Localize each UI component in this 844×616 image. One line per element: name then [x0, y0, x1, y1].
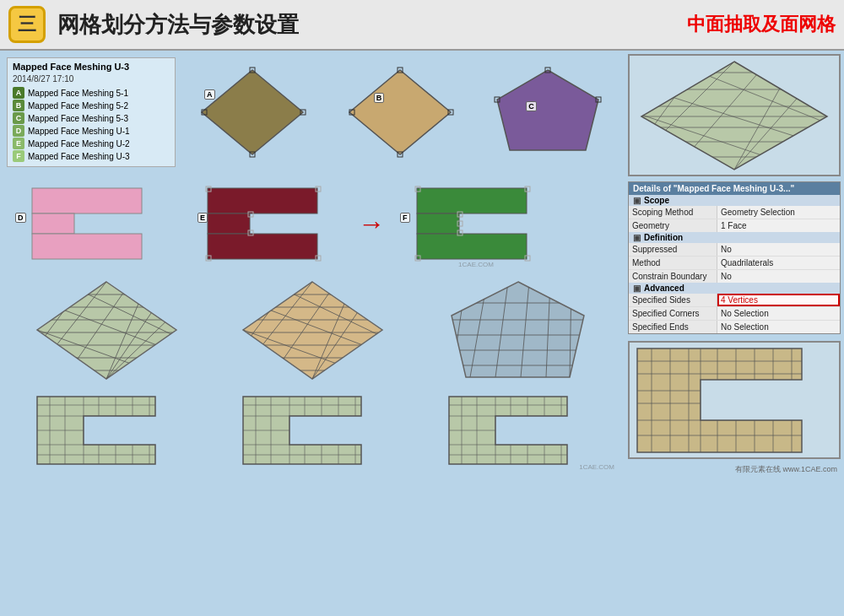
- details-row: Specified Sides4 Vertices: [629, 294, 840, 307]
- details-row-label: Constrain Boundary: [629, 270, 717, 283]
- tree-badge: F: [13, 150, 24, 162]
- tree-item-label: Mapped Face Meshing 5-3: [28, 114, 128, 123]
- thumb-mesh-svg: [633, 57, 836, 174]
- watermark-f: 1CAE.COM: [458, 261, 494, 268]
- details-row-value: No Selection: [717, 321, 840, 333]
- tree-badge: B: [13, 100, 24, 111]
- svg-rect-15: [32, 213, 74, 234]
- details-row-value: Quadrilaterals: [717, 257, 840, 269]
- shape-b-svg: [345, 66, 455, 159]
- svg-marker-123: [641, 62, 827, 170]
- label-b: B: [374, 93, 385, 103]
- svg-rect-16: [32, 234, 142, 259]
- c-mesh-3-cell: 1CAE.COM: [419, 388, 618, 473]
- shape-a-svg: [197, 66, 307, 159]
- shape-d-svg: [15, 181, 167, 266]
- mesh-a-cell: [7, 275, 206, 385]
- thumb-c-svg: [633, 344, 836, 457]
- header-title: 网格划分方法与参数设置: [57, 10, 687, 40]
- svg-marker-56: [243, 282, 382, 379]
- mesh-b-svg: [239, 278, 387, 383]
- details-row-label: Specified Corners: [629, 307, 717, 320]
- details-section-definition: ▣ DefinitionSuppressedNoMethodQuadrilate…: [629, 232, 840, 283]
- details-row-value: Geometry Selection: [717, 206, 840, 219]
- svg-rect-18: [208, 213, 250, 234]
- details-row-value: No Selection: [717, 307, 840, 320]
- tree-date: 2014/8/27 17:10: [13, 74, 170, 84]
- details-header: Details of "Mapped Face Meshing U-3...": [629, 182, 840, 195]
- details-row: Scoping MethodGeometry Selection: [629, 206, 840, 219]
- mesh-c-cell: [419, 275, 618, 385]
- top-thumbnail: [628, 54, 841, 176]
- tree-item-label: Mapped Face Meshing U-3: [28, 152, 130, 161]
- shape-e-svg: [191, 181, 343, 266]
- details-row-label: Geometry: [629, 219, 717, 232]
- details-row: Specified CornersNo Selection: [629, 307, 840, 321]
- details-row-value: No: [717, 270, 840, 283]
- details-row-label: Scoping Method: [629, 206, 717, 219]
- details-row-value: 4 Vertices: [717, 294, 840, 306]
- shape-e-cell: E: [182, 177, 351, 270]
- shape-c-cell: C: [477, 57, 618, 167]
- label-a: A: [204, 89, 215, 100]
- details-row-value: 1 Face: [717, 219, 840, 232]
- label-d: D: [15, 213, 26, 223]
- c-mesh-row: 1CAE.COM: [7, 388, 618, 473]
- svg-rect-26: [417, 188, 527, 213]
- details-row: Constrain BoundaryNo: [629, 270, 840, 283]
- bottom-thumbnail: [628, 341, 841, 459]
- tree-item: C Mapped Face Meshing 5-3: [13, 112, 170, 124]
- details-section-advanced: ▣ AdvancedSpecified Sides4 VerticesSpeci…: [629, 283, 840, 333]
- mesh-a-svg: [33, 278, 181, 383]
- tree-item: D Mapped Face Meshing U-1: [13, 125, 170, 137]
- svg-rect-14: [32, 188, 142, 213]
- header-subtitle: 中面抽取及面网格: [687, 12, 836, 37]
- details-row: MethodQuadrilaterals: [629, 257, 840, 270]
- tree-item: E Mapped Face Meshing U-2: [13, 138, 170, 149]
- svg-rect-17: [208, 188, 317, 213]
- svg-marker-10: [497, 70, 598, 150]
- mesh-b-cell: [213, 275, 412, 385]
- shape-f-svg: [400, 181, 552, 266]
- svg-rect-19: [208, 234, 317, 259]
- logo: 有限元素在线 www.1CAE.com: [628, 464, 841, 475]
- tree-panel: Mapped Face Meshing U-3 2014/8/27 17:10 …: [7, 57, 176, 167]
- tree-item: F Mapped Face Meshing U-3: [13, 150, 170, 162]
- mesh-row: [7, 275, 618, 385]
- c-mesh-3-svg: [445, 392, 592, 468]
- details-section-header: ▣ Scope: [629, 195, 840, 206]
- tree-badge: A: [13, 87, 24, 99]
- mesh-c-svg: [445, 278, 592, 383]
- label-f: F: [400, 213, 410, 223]
- header: 三 网格划分方法与参数设置 中面抽取及面网格: [0, 0, 844, 51]
- c-mesh-1-cell: [7, 388, 206, 473]
- tree-badge: C: [13, 112, 24, 124]
- c-mesh-2-svg: [239, 392, 387, 468]
- tree-item-label: Mapped Face Meshing 5-2: [28, 101, 128, 111]
- tree-badge: E: [13, 138, 24, 149]
- tree-item-label: Mapped Face Meshing U-1: [28, 127, 130, 136]
- tree-item-label: Mapped Face Meshing U-2: [28, 139, 130, 149]
- svg-marker-74: [452, 282, 584, 377]
- details-row-label: Method: [629, 257, 717, 269]
- tree-badge: D: [13, 125, 24, 137]
- tree-title: Mapped Face Meshing U-3: [13, 62, 170, 72]
- details-panel: Details of "Mapped Face Meshing U-3..." …: [628, 181, 841, 334]
- shape-d-cell: D: [7, 177, 176, 270]
- tree-item-label: Mapped Face Meshing 5-1: [28, 89, 128, 98]
- watermark-main: 1CAE.COM: [579, 463, 614, 471]
- details-row: Specified EndsNo Selection: [629, 321, 840, 333]
- label-e: E: [197, 213, 208, 223]
- shape-c-svg: [493, 66, 603, 159]
- tree-item: B Mapped Face Meshing 5-2: [13, 100, 170, 111]
- right-panel: Details of "Mapped Face Meshing U-3..." …: [625, 51, 844, 616]
- details-section-scope: ▣ ScopeScoping MethodGeometry SelectionG…: [629, 195, 840, 232]
- details-row-value: No: [717, 243, 840, 256]
- c-mesh-2-cell: [213, 388, 412, 473]
- tree-item: A Mapped Face Meshing 5-1: [13, 87, 170, 99]
- details-section-header: ▣ Definition: [629, 232, 840, 243]
- arrow-right: →: [358, 208, 385, 240]
- svg-marker-5: [349, 70, 451, 154]
- label-c: C: [526, 101, 537, 111]
- shape-a-cell: A: [182, 57, 323, 167]
